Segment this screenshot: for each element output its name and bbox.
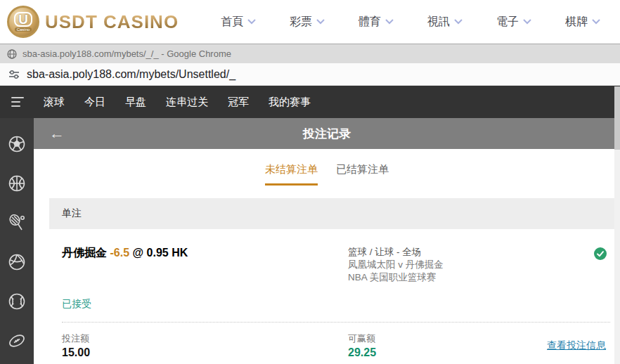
market-info: 篮球 / 让球 - 全场 凤凰城太阳 v 丹佛掘金 NBA 美国职业篮球赛 (348, 246, 581, 284)
globe-icon (7, 49, 17, 59)
nav-item-sports[interactable]: 體育 (359, 15, 394, 30)
usdt-casino-logo[interactable]: U Casino USDT CASINO (7, 6, 179, 38)
screen: U Casino USDT CASINO 首頁 彩票 體育 視訊 (0, 0, 620, 364)
nav-label: 體育 (359, 15, 381, 30)
volleyball-icon[interactable] (8, 253, 26, 271)
nav-label: 棋牌 (565, 15, 588, 30)
selection-name: 丹佛掘金 (62, 247, 107, 259)
nav-item-lottery[interactable]: 彩票 (290, 15, 325, 30)
tennis-icon[interactable] (8, 214, 26, 232)
nav-label: 視訊 (427, 15, 450, 30)
handicap-value: -6.5 (110, 247, 129, 259)
bet-selection: 丹佛掘金 -6.5 @ 0.95 HK (62, 246, 348, 284)
nav-item-home[interactable]: 首頁 (221, 15, 256, 30)
section-label: 单注 (62, 207, 82, 220)
chevron-down-icon (385, 19, 394, 25)
chevron-down-icon (247, 19, 256, 25)
page-title: 投注记录 (34, 126, 620, 142)
sportnav-parlay[interactable]: 连串过关 (166, 96, 208, 109)
check-circle-icon (594, 247, 607, 260)
at-symbol: @ (132, 247, 143, 259)
league-name: NBA 美国职业篮球赛 (348, 271, 581, 284)
logo-monogram: U (14, 12, 32, 27)
event-name: 凤凰城太阳 v 丹佛掘金 (348, 259, 581, 271)
address-url[interactable]: sba-asia.poly188.com/mybets/Unsettled/_ (27, 68, 235, 81)
football-icon[interactable] (8, 332, 26, 350)
page-header: ← 投注记录 (34, 118, 620, 149)
sportnav-outright[interactable]: 冠军 (228, 96, 249, 109)
win-block: 可赢额 29.25 (348, 332, 547, 359)
chevron-down-icon (592, 19, 600, 25)
view-bet-details-link[interactable]: 查看投注信息 (547, 339, 606, 352)
win-label: 可赢额 (348, 332, 547, 345)
bet-row: 丹佛掘金 -6.5 @ 0.95 HK 篮球 / 让球 - 全场 凤凰城太阳 v… (34, 229, 620, 284)
brand-text: USDT CASINO (45, 11, 179, 33)
logo-ball-icon: U Casino (7, 6, 39, 38)
chrome-urlbar: sba-asia.poly188.com/mybets/Unsettled/_ (0, 63, 620, 86)
soccer-icon[interactable] (8, 135, 26, 153)
nav-label: 電子 (496, 15, 519, 30)
sport-nav: 滚球 今日 早盘 连串过关 冠军 我的赛事 (0, 86, 620, 118)
menu-icon[interactable] (11, 97, 25, 107)
odds-value: 0.95 HK (147, 247, 188, 259)
tab-settled[interactable]: 已结算注单 (336, 163, 389, 183)
site-header: U Casino USDT CASINO 首頁 彩票 體育 視訊 (0, 0, 620, 44)
stake-block: 投注额 15.00 (62, 332, 348, 359)
sportnav-my-events[interactable]: 我的赛事 (269, 96, 311, 109)
market-name: 篮球 / 让球 - 全场 (348, 246, 581, 259)
chevron-down-icon (454, 19, 463, 25)
chevron-down-icon (316, 19, 325, 25)
stakes-row: 投注额 15.00 可赢额 29.25 查看投注信息 (34, 323, 620, 359)
window-title: sba-asia.poly188.com/mybets/_/_ - Google… (22, 48, 231, 59)
tab-unsettled[interactable]: 未结算注单 (265, 163, 318, 186)
sportnav-today[interactable]: 今日 (84, 96, 105, 109)
chrome-titlebar[interactable]: sba-asia.poly188.com/mybets/_/_ - Google… (0, 44, 620, 63)
nav-label: 首頁 (221, 15, 243, 30)
tune-icon[interactable] (8, 70, 20, 79)
nav-item-cards[interactable]: 棋牌 (565, 15, 600, 30)
bet-status: 已接受 (34, 284, 620, 311)
basketball-icon[interactable] (8, 174, 26, 193)
baseball-icon[interactable] (8, 292, 26, 311)
scrollbar[interactable] (614, 86, 620, 364)
sport-icon-rail (0, 118, 34, 364)
nav-item-slots[interactable]: 電子 (496, 15, 531, 30)
win-value: 29.25 (348, 346, 547, 359)
page-body: ← 投注记录 未结算注单 已结算注单 单注 丹佛掘金 -6.5 @ 0.95 H… (0, 118, 620, 364)
bet-records-panel: ← 投注记录 未结算注单 已结算注单 单注 丹佛掘金 -6.5 @ 0.95 H… (34, 118, 620, 364)
sportnav-early[interactable]: 早盘 (125, 96, 146, 109)
bet-tabs: 未结算注单 已结算注单 (34, 149, 620, 198)
section-single-bet: 单注 (49, 198, 614, 229)
scrollbar-thumb[interactable] (614, 86, 620, 150)
logo-badge: Casino (15, 27, 32, 32)
nav-item-live-video[interactable]: 視訊 (427, 15, 463, 30)
main-nav: 首頁 彩票 體育 視訊 電子 棋牌 (221, 15, 600, 30)
sportnav-live[interactable]: 滚球 (44, 96, 65, 109)
stake-value: 15.00 (62, 346, 348, 359)
chevron-down-icon (523, 19, 531, 25)
nav-label: 彩票 (290, 15, 312, 30)
stake-label: 投注额 (62, 332, 348, 345)
